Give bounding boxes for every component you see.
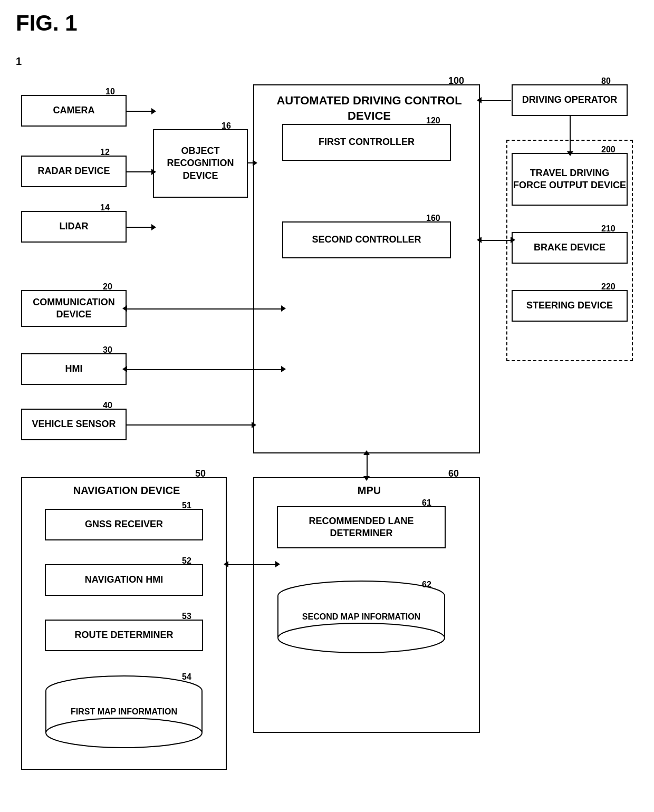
arrow-auto-to-mpu <box>367 455 368 476</box>
arrowhead-comm-left <box>122 305 127 312</box>
arrowhead-hmi-left <box>122 366 127 372</box>
arrow-vehicle-to-auto <box>127 424 252 426</box>
arrow-driving-op-to-auto <box>481 100 511 101</box>
brake-ref: 210 <box>601 224 615 234</box>
first-map-ref: 54 <box>182 672 191 682</box>
arrowhead-second-right <box>511 237 515 243</box>
mpu-ref: 60 <box>448 468 459 479</box>
arrow-lidar-to-object <box>127 227 152 228</box>
communication-ref: 20 <box>103 282 112 292</box>
diagram: CAMERA 10 RADAR DEVICE 12 LIDAR 14 OBJEC… <box>16 42 638 801</box>
second-map-cylinder: SECOND MAP INFORMATION <box>277 580 446 654</box>
automated-driving-ref: 100 <box>448 75 464 86</box>
recommended-lane-ref: 61 <box>422 498 431 508</box>
arrow-hmi-second <box>127 369 281 370</box>
second-controller-ref: 160 <box>426 214 440 223</box>
navigation-ref: 50 <box>195 468 206 479</box>
radar-ref: 12 <box>100 148 110 157</box>
gnss-box: GNSS RECEIVER <box>45 509 203 540</box>
arrowhead-mpu-down <box>363 476 370 481</box>
arrowhead-driving-op <box>477 97 482 103</box>
brake-box: BRAKE DEVICE <box>512 232 628 264</box>
first-map-cylinder: FIRST MAP INFORMATION <box>45 675 203 749</box>
arrow-second-to-vehicles <box>481 240 511 241</box>
arrowhead-hmi-right <box>281 366 286 372</box>
nav-hmi-box: NAVIGATION HMI <box>45 564 203 596</box>
hmi-box: HMI <box>21 353 127 385</box>
svg-point-9 <box>278 623 445 653</box>
arrow-comm-second-left <box>127 308 281 310</box>
camera-box: CAMERA <box>21 95 127 127</box>
arrow-op-to-travel <box>570 116 571 152</box>
arrowhead-comm-right <box>281 305 286 312</box>
nav-hmi-ref: 52 <box>182 556 191 566</box>
object-recognition-box: OBJECT RECOGNITION DEVICE <box>153 129 248 198</box>
steering-box: STEERING DEVICE <box>512 290 628 322</box>
vehicle-sensor-box: VEHICLE SENSOR <box>21 409 127 440</box>
hmi-ref: 30 <box>103 345 112 355</box>
steering-ref: 220 <box>601 282 615 292</box>
svg-point-4 <box>46 718 202 748</box>
radar-box: RADAR DEVICE <box>21 156 127 187</box>
travel-driving-box: TRAVEL DRIVING FORCE OUTPUT DEVICE <box>512 153 628 206</box>
second-map-ref: 62 <box>422 580 431 589</box>
arrowhead-second-left <box>477 237 482 243</box>
arrowhead-mpu-right <box>275 561 280 567</box>
route-determiner-ref: 53 <box>182 612 191 621</box>
arrow-nav-to-mpu <box>228 564 275 565</box>
lidar-box: LIDAR <box>21 211 127 243</box>
arrow-object-to-auto <box>248 162 253 163</box>
lidar-ref: 14 <box>100 203 110 212</box>
driving-operator-ref: 80 <box>601 76 611 86</box>
object-recognition-ref: 16 <box>222 121 231 131</box>
arrow-camera-to-object <box>127 111 152 112</box>
arrowhead-nav-left <box>224 561 228 567</box>
driving-operator-box: DRIVING OPERATOR <box>512 84 628 116</box>
arrowhead-auto-up <box>363 450 370 455</box>
camera-ref: 10 <box>105 87 115 96</box>
gnss-ref: 51 <box>182 501 191 510</box>
communication-box: COMMUNICATION DEVICE <box>21 290 127 327</box>
second-controller-box: SECOND CONTROLLER <box>282 221 451 258</box>
travel-driving-ref: 200 <box>601 145 615 154</box>
first-controller-ref: 120 <box>426 116 440 125</box>
arrow-radar-to-object <box>127 171 152 172</box>
route-determiner-box: ROUTE DETERMINER <box>45 620 203 651</box>
page-title: FIG. 1 <box>16 11 78 36</box>
recommended-lane-box: RECOMMENDED LANE DETERMINER <box>277 506 446 548</box>
first-controller-box: FIRST CONTROLLER <box>282 124 451 161</box>
vehicle-sensor-ref: 40 <box>103 401 112 410</box>
